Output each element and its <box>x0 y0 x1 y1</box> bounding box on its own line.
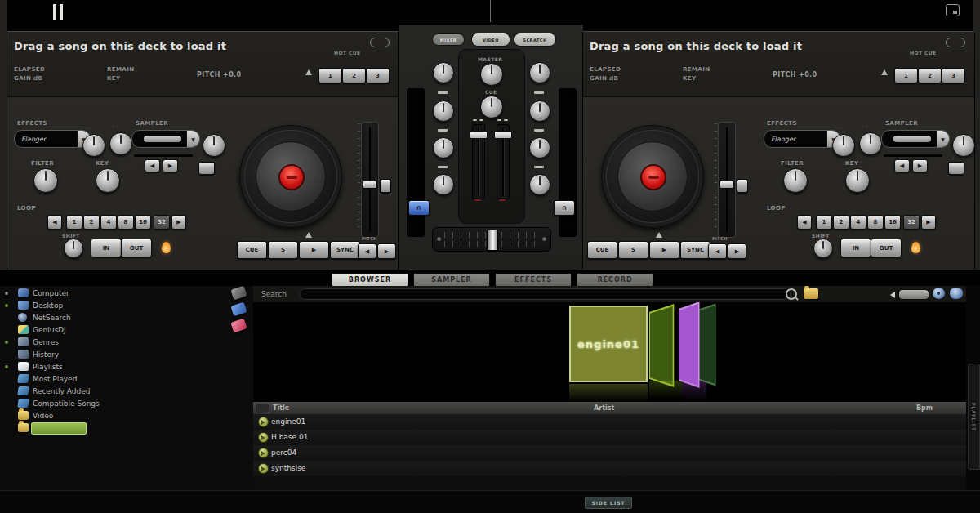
loop-out-button[interactable]: OUT <box>121 239 152 257</box>
tab-mixer[interactable]: MIXER <box>432 33 465 46</box>
filter-knob[interactable] <box>33 168 58 193</box>
coverflow-cover-3[interactable] <box>679 302 700 388</box>
deck1-gain-knob[interactable] <box>433 62 454 83</box>
hot-cue-2-button[interactable]: 2 <box>918 68 942 83</box>
sidebar-item-playlists[interactable]: Playlists <box>0 361 229 373</box>
sampler-next-button[interactable]: ▶ <box>163 159 178 172</box>
sampler-prev-button[interactable]: ◀ <box>894 159 910 172</box>
sidebar-item-most-played[interactable]: Most Played <box>0 373 229 386</box>
hot-cue-3-button[interactable]: 3 <box>366 68 390 83</box>
loop-32-button[interactable]: 32 <box>154 215 170 230</box>
pitch-zero-button[interactable] <box>380 179 391 193</box>
loop-32-button[interactable]: 32 <box>903 215 920 230</box>
expand-marker[interactable] <box>5 341 8 344</box>
loop-double-button[interactable]: ▶ <box>921 215 936 230</box>
deck1-low-knob[interactable] <box>433 174 454 195</box>
pitch-fader-handle[interactable] <box>719 181 734 189</box>
pitch-fader[interactable] <box>718 122 736 238</box>
sampler-rec-button[interactable] <box>948 162 964 175</box>
pitch-bend-plus-button[interactable]: ▶ <box>728 243 746 259</box>
effect-param1-knob[interactable] <box>832 134 855 157</box>
chevron-down-icon[interactable]: ▼ <box>936 131 949 147</box>
track-row[interactable]: H base 01 <box>253 430 966 446</box>
cue-button[interactable]: CUE <box>587 241 617 259</box>
deck1-high-knob[interactable] <box>433 100 454 122</box>
hot-cue-2-button[interactable]: 2 <box>342 68 366 83</box>
loop-8-button[interactable]: 8 <box>867 215 884 230</box>
pitch-fader-handle[interactable] <box>363 181 377 189</box>
loop-shift-knob[interactable] <box>64 239 83 258</box>
effect-param2-knob[interactable] <box>109 132 132 155</box>
loop-16-button[interactable]: 16 <box>135 215 151 230</box>
deck2-volume-handle[interactable] <box>494 131 512 139</box>
deck1-volume-handle[interactable] <box>470 131 488 139</box>
key-knob[interactable] <box>845 168 870 193</box>
sidebar-item-netsearch[interactable]: NetSearch <box>0 312 229 324</box>
disc-icon[interactable] <box>933 288 945 299</box>
cue-button[interactable]: CUE <box>237 241 267 259</box>
pitch-bend-plus-button[interactable]: ▶ <box>377 243 396 259</box>
sync-button[interactable]: SYNC <box>330 241 360 259</box>
sidebar-item-compatible-songs[interactable]: Compatible Songs <box>0 398 229 410</box>
search-input[interactable] <box>299 288 791 300</box>
deck2-gain-knob[interactable] <box>529 62 550 83</box>
effect-select[interactable]: Flanger ▼ <box>14 130 91 148</box>
loop-4-button[interactable]: 4 <box>850 215 866 230</box>
sidebar-item-geniusdj[interactable]: GeniusDJ <box>0 324 229 337</box>
loop-2-button[interactable]: 2 <box>833 215 849 230</box>
loop-in-button[interactable]: IN <box>91 239 122 257</box>
master-knob[interactable] <box>480 63 503 86</box>
pfl-deck2-button[interactable]: ∩ <box>554 200 575 216</box>
tab-browser[interactable]: BROWSER <box>332 273 408 287</box>
filter-box-red-icon[interactable] <box>230 319 247 333</box>
loop-1-button[interactable]: 1 <box>816 215 832 230</box>
collapse-arrow-icon[interactable] <box>890 292 895 298</box>
sampler-prev-button[interactable]: ◀ <box>145 159 160 172</box>
sidebar-item-desktop[interactable]: Desktop <box>0 300 229 312</box>
deck-option-pill-icon[interactable] <box>370 38 390 47</box>
expand-marker[interactable] <box>5 292 8 295</box>
play-button[interactable]: ▶ <box>299 241 329 259</box>
loop-1-button[interactable]: 1 <box>66 215 82 230</box>
sidebar-item-selected-folder[interactable] <box>0 422 229 435</box>
sidebar-item-genres[interactable]: Genres <box>0 337 229 349</box>
pitch-fader[interactable] <box>361 122 379 238</box>
loop-out-button[interactable]: OUT <box>871 239 902 257</box>
key-knob[interactable] <box>96 168 120 193</box>
hot-cue-3-button[interactable]: 3 <box>942 68 965 83</box>
loop-4-button[interactable]: 4 <box>100 215 117 230</box>
effect-param2-knob[interactable] <box>859 132 882 155</box>
deck2-low-knob[interactable] <box>529 174 550 195</box>
track-row[interactable]: synthsise <box>253 461 966 477</box>
stutter-button[interactable]: S <box>618 241 648 259</box>
coverflow-cover-4[interactable] <box>649 304 674 387</box>
pitch-zero-button[interactable] <box>737 179 748 193</box>
filter-box-blue-icon[interactable] <box>230 302 247 317</box>
filter-knob[interactable] <box>783 168 808 193</box>
hot-cue-1-button[interactable]: 1 <box>894 68 918 83</box>
expand-marker[interactable] <box>5 365 8 368</box>
deck2-mid-knob[interactable] <box>529 137 550 158</box>
sampler-select[interactable]: ▼ <box>131 130 200 148</box>
header-selector-box[interactable] <box>256 404 270 413</box>
track-row[interactable]: perc04 <box>253 445 966 462</box>
crossfader-handle[interactable] <box>487 230 498 251</box>
track-row[interactable]: engine01 <box>253 414 966 430</box>
sampler-next-button[interactable]: ▶ <box>912 159 928 172</box>
playlist-vertical-tab[interactable]: PLAYLIST <box>968 364 980 470</box>
sync-button[interactable]: SYNC <box>680 241 710 259</box>
hot-cue-1-button[interactable]: 1 <box>318 68 342 83</box>
loop-half-button[interactable]: ◀ <box>47 215 62 230</box>
column-title[interactable]: Title <box>273 404 289 412</box>
network-globe-icon[interactable] <box>950 288 963 299</box>
loop-16-button[interactable]: 16 <box>884 215 901 230</box>
deck2-high-knob[interactable] <box>529 100 550 122</box>
chevron-down-icon[interactable]: ▼ <box>186 131 199 147</box>
deck1-mid-knob[interactable] <box>433 137 454 158</box>
column-artist[interactable]: Artist <box>594 404 614 412</box>
stutter-button[interactable]: S <box>268 241 298 259</box>
loop-shift-knob[interactable] <box>813 239 833 258</box>
jog-wheel[interactable] <box>239 125 342 228</box>
tab-record[interactable]: RECORD <box>577 273 653 287</box>
loop-half-button[interactable]: ◀ <box>797 215 812 230</box>
